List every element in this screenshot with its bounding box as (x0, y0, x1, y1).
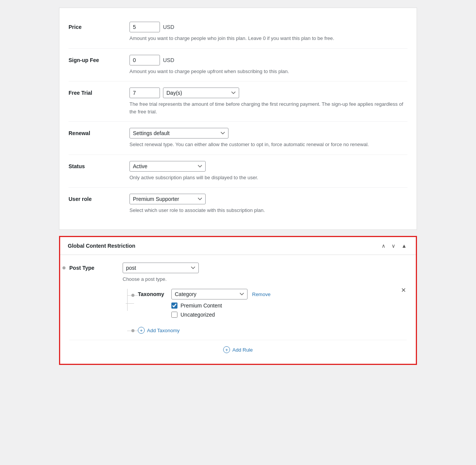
tree-vertical-line (127, 289, 128, 311)
status-select[interactable]: Active Inactive (129, 161, 206, 172)
post-type-dot (62, 266, 65, 269)
free-trial-help: The free trial represents the amount of … (129, 100, 407, 115)
add-taxonomy-button[interactable]: + Add Taxonomy (138, 327, 180, 334)
signup-fee-help: Amount you want to charge people upfront… (129, 68, 407, 75)
restriction-card: Global Content Restriction ∧ ∨ ▲ Post Ty… (59, 236, 417, 365)
post-type-help: Choose a post type. (123, 275, 407, 283)
renewal-label: Renewal (69, 128, 129, 136)
add-taxonomy-label: Add Taxonomy (147, 328, 180, 333)
add-taxonomy-icon: + (138, 327, 145, 334)
add-rule-label: Add Rule (232, 347, 252, 353)
renewal-help: Select renewal type. You can either allo… (129, 141, 407, 148)
signup-fee-input[interactable] (129, 55, 160, 65)
premium-content-label: Premium Content (180, 303, 222, 309)
add-rule-section: + Add Rule (69, 340, 407, 355)
post-type-section: Post Type post page attachment Choose a … (69, 263, 407, 283)
user-role-content: Premium Supporter Subscriber Administrat… (129, 194, 407, 214)
uncategorized-checkbox[interactable] (171, 312, 177, 318)
move-up-button[interactable]: ∧ (380, 242, 387, 249)
taxonomy-block: Taxonomy Category Tag Remove ✕ Premium C… (138, 289, 407, 318)
taxonomy-tree: Taxonomy Category Tag Remove ✕ Premium C… (123, 289, 407, 334)
move-down-button[interactable]: ∨ (390, 242, 397, 249)
renewal-content: Settings default Force renewal No renewa… (129, 128, 407, 148)
uncategorized-label: Uncategorized (180, 312, 215, 318)
restriction-title: Global Content Restriction (68, 243, 135, 249)
renewal-row: Renewal Settings default Force renewal N… (69, 122, 407, 155)
status-label: Status (69, 161, 129, 169)
add-taxonomy-dot (131, 329, 134, 332)
price-help: Amount you want to charge people who joi… (129, 35, 407, 42)
premium-content-item: Premium Content (171, 303, 407, 309)
taxonomy-label: Taxonomy (138, 291, 168, 297)
price-currency: USD (163, 24, 174, 30)
remove-x-button[interactable]: ✕ (400, 287, 407, 294)
price-row: Price USD Amount you want to charge peop… (69, 16, 407, 49)
user-role-select[interactable]: Premium Supporter Subscriber Administrat… (129, 194, 206, 204)
post-type-select[interactable]: post page attachment (123, 263, 199, 273)
signup-fee-label: Sign-up Fee (69, 55, 129, 63)
signup-fee-row: Sign-up Fee USD Amount you want to charg… (69, 49, 407, 82)
free-trial-row: Free Trial Day(s) Week(s) Month(s) Year(… (69, 81, 407, 122)
signup-fee-content: USD Amount you want to charge people upf… (129, 55, 407, 75)
status-help: Only active subscription plans will be d… (129, 174, 407, 182)
restriction-body: Post Type post page attachment Choose a … (60, 255, 416, 364)
price-label: Price (69, 22, 129, 30)
renewal-select[interactable]: Settings default Force renewal No renewa… (129, 128, 228, 139)
header-controls: ∧ ∨ ▲ (380, 242, 408, 249)
restriction-header: Global Content Restriction ∧ ∨ ▲ (60, 237, 416, 255)
add-rule-icon: + (223, 346, 230, 353)
price-input[interactable] (129, 22, 160, 32)
signup-fee-currency: USD (163, 57, 174, 63)
status-row: Status Active Inactive Only active subsc… (69, 155, 407, 188)
free-trial-input[interactable] (129, 88, 160, 98)
free-trial-label: Free Trial (69, 88, 129, 96)
free-trial-period-select[interactable]: Day(s) Week(s) Month(s) Year(s) (163, 88, 239, 98)
price-content: USD Amount you want to charge people who… (129, 22, 407, 42)
user-role-help: Select which user role to associate with… (129, 207, 407, 214)
taxonomy-row: Taxonomy Category Tag Remove ✕ (138, 289, 407, 299)
status-content: Active Inactive Only active subscription… (129, 161, 407, 182)
checkbox-list: Premium Content Uncategorized (138, 303, 407, 318)
user-role-label: User role (69, 194, 129, 202)
taxonomy-select[interactable]: Category Tag (171, 289, 248, 299)
collapse-button[interactable]: ▲ (400, 242, 408, 249)
free-trial-content: Day(s) Week(s) Month(s) Year(s) The free… (129, 88, 407, 115)
post-type-label: Post Type (69, 265, 94, 271)
add-taxonomy-row: + Add Taxonomy (138, 324, 407, 334)
post-type-label-wrapper: Post Type (69, 263, 123, 271)
user-role-row: User role Premium Supporter Subscriber A… (69, 188, 407, 220)
post-type-content: post page attachment Choose a post type. (123, 263, 407, 283)
settings-card: Price USD Amount you want to charge peop… (59, 8, 417, 230)
add-rule-button[interactable]: + Add Rule (223, 346, 252, 353)
premium-content-checkbox[interactable] (171, 303, 177, 309)
uncategorized-item: Uncategorized (171, 312, 407, 318)
taxonomy-connector-dot (131, 294, 134, 297)
remove-taxonomy-link[interactable]: Remove (252, 291, 270, 297)
